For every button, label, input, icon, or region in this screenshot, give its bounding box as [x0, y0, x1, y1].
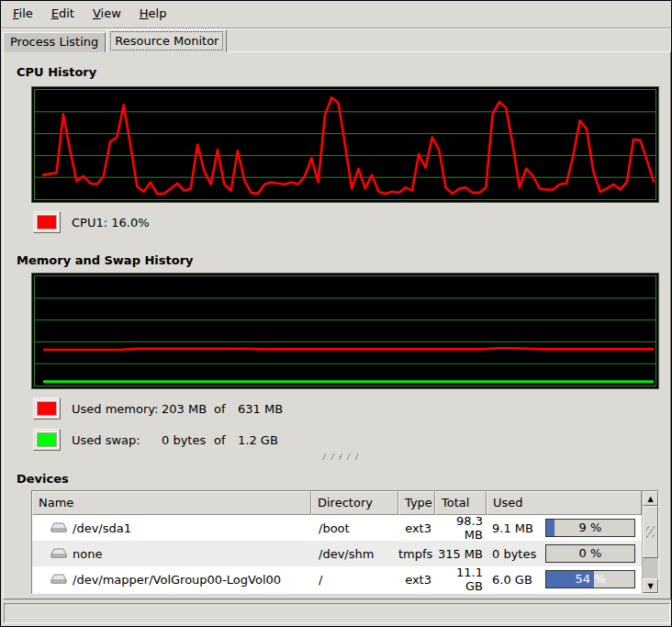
devices-table-header: Name Directory Type Total Used [32, 491, 642, 515]
disk-usage-progressbar: 54 % [545, 570, 635, 588]
device-name: /dev/mapper/VolGroup00-LogVol00 [73, 573, 281, 587]
device-name: /dev/sda1 [73, 521, 131, 535]
devices-table: Name Directory Type Total Used /dev/sda1… [32, 491, 642, 593]
device-used: 9.1 MB [492, 521, 533, 535]
devices-title: Devices [17, 472, 69, 486]
column-header-directory[interactable]: Directory [311, 491, 398, 515]
resource-monitor-page: CPU History CPU1: 16.0% Memory and Swap … [3, 51, 671, 599]
cpu-legend-row: CPU1: 16.0% [33, 211, 150, 233]
device-used: 6.0 GB [492, 573, 532, 587]
disk-usage-percent: 9 % [546, 520, 634, 536]
device-name: none [73, 547, 102, 561]
tab-process-listing[interactable]: Process Listing [3, 32, 106, 52]
cpu1-color-button[interactable] [33, 211, 61, 233]
menu-view[interactable]: View [84, 1, 130, 28]
column-header-total[interactable]: Total [435, 491, 487, 515]
memory-total-value: 631 MB [238, 402, 283, 416]
swap-total-value: 1.2 GB [238, 433, 278, 447]
vertical-scrollbar: ▲ ▼ [642, 491, 658, 593]
scrollbar-thumb[interactable] [643, 506, 658, 558]
notebook-tabs: Process Listing Resource Monitor [3, 29, 228, 52]
hard-disk-icon [50, 522, 67, 534]
used-memory-line [43, 348, 654, 350]
cpu-history-graph [31, 86, 659, 203]
tab-resource-monitor-label: Resource Monitor [110, 31, 223, 50]
memory-legend-row: Used memory:203 MBof631 MB [33, 397, 283, 420]
swap-legend-row: Used swap:0 bytesof1.2 GB [33, 429, 278, 451]
cpu-history-plot-area [34, 89, 656, 200]
memory-color-button[interactable] [33, 397, 61, 420]
device-directory: /dev/shm [311, 547, 398, 561]
scroll-down-button[interactable]: ▼ [643, 578, 658, 593]
scrollbar-grip-icon [646, 526, 655, 538]
column-header-name[interactable]: Name [32, 491, 311, 515]
memory-swap-svg [35, 276, 655, 386]
status-bar [4, 603, 670, 623]
memory-used-value: 203 MB [162, 402, 214, 416]
scroll-up-button[interactable]: ▲ [643, 491, 658, 506]
swap-of-text: of [214, 433, 238, 447]
system-monitor-window: File Edit View Help Process Listing Reso… [0, 0, 672, 627]
menu-edit[interactable]: Edit [42, 1, 84, 28]
disk-usage-percent: 54 % [546, 571, 634, 588]
memory-legend-label: Used memory: [72, 402, 162, 416]
device-used: 0 bytes [492, 547, 536, 561]
swap-used-value: 0 bytes [162, 433, 214, 447]
arrow-down-icon: ▼ [647, 582, 653, 590]
device-total: 98.3 MB [435, 514, 487, 542]
memory-legend-text: Used memory:203 MBof631 MB [72, 402, 283, 416]
devices-scrolledwindow: Name Directory Type Total Used /dev/sda1… [31, 490, 659, 594]
menubar: File Edit View Help [2, 1, 670, 28]
memory-of-text: of [214, 402, 238, 416]
memory-swap-title: Memory and Swap History [17, 253, 194, 267]
pane-resize-grip[interactable] [321, 453, 358, 460]
disk-usage-progressbar: 0 % [545, 544, 635, 563]
column-header-type[interactable]: Type [398, 491, 435, 515]
device-total: 315 MB [435, 547, 487, 561]
swap-color-button[interactable] [33, 429, 61, 451]
table-row[interactable]: /dev/sda1 /boot ext3 98.3 MB 9.1 MB 9 % [32, 515, 642, 541]
memory-swap-plot-area [34, 275, 656, 386]
scrollbar-trough[interactable] [643, 558, 658, 578]
cpu-history-title: CPU History [17, 65, 96, 79]
hard-disk-icon [50, 574, 67, 586]
table-row[interactable]: /dev/mapper/VolGroup00-LogVol00 / ext3 1… [32, 566, 642, 592]
arrow-up-icon: ▲ [647, 495, 653, 503]
cpu1-color-swatch [37, 215, 57, 230]
menu-help[interactable]: Help [130, 1, 176, 28]
column-header-used[interactable]: Used [487, 491, 642, 515]
cpu-history-svg [35, 90, 655, 199]
swap-color-swatch [37, 432, 57, 447]
table-row[interactable]: none /dev/shm tmpfs 315 MB 0 bytes 0 % [32, 541, 642, 566]
device-directory: / [311, 573, 398, 587]
hard-disk-icon [50, 548, 67, 560]
cpu1-legend-label: CPU1: 16.0% [72, 216, 150, 230]
swap-legend-text: Used swap:0 bytesof1.2 GB [72, 433, 278, 447]
device-type: ext3 [398, 521, 435, 535]
memory-swap-graph [31, 273, 659, 389]
tab-resource-monitor[interactable]: Resource Monitor [106, 29, 227, 52]
memory-color-swatch [37, 401, 57, 416]
menu-file[interactable]: File [4, 1, 42, 28]
device-directory: /boot [311, 521, 398, 535]
device-total: 11.1 GB [435, 565, 487, 593]
device-type: tmpfs [398, 547, 435, 561]
disk-usage-percent: 0 % [546, 545, 634, 562]
device-type: ext3 [398, 573, 435, 587]
swap-legend-label: Used swap: [72, 433, 162, 447]
disk-usage-progressbar: 9 % [545, 519, 635, 537]
